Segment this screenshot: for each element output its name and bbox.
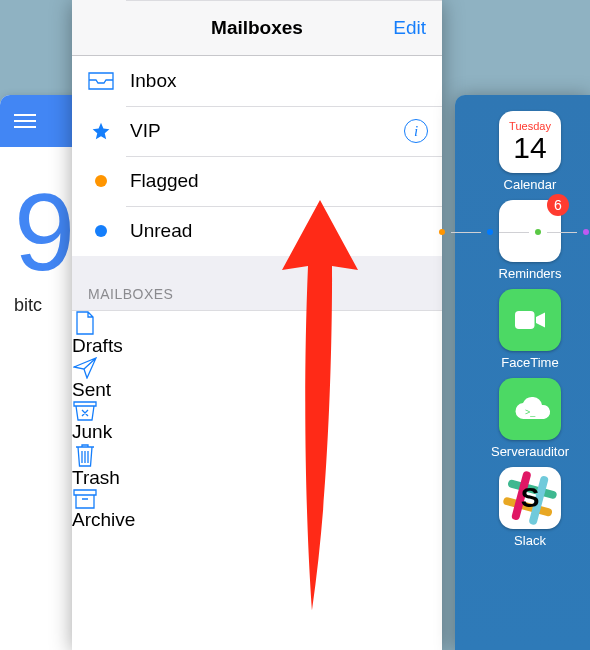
- notification-badge: 6: [547, 194, 569, 216]
- mailbox-row-drafts[interactable]: Drafts: [72, 311, 442, 357]
- app-facetime[interactable]: FaceTime: [484, 289, 576, 370]
- app-label: Serverauditor: [491, 444, 569, 459]
- app-label: Calendar: [504, 177, 557, 192]
- page-title: Mailboxes: [211, 17, 303, 39]
- calendar-icon: Tuesday 14: [499, 111, 561, 173]
- navbar: Mailboxes Edit: [72, 0, 442, 56]
- svg-text:>_: >_: [525, 407, 536, 417]
- mailbox-row-vip[interactable]: VIP i: [72, 106, 442, 156]
- archive-icon: [72, 489, 98, 509]
- mailbox-label: Drafts: [72, 335, 442, 357]
- mailbox-row-sent[interactable]: Sent: [72, 357, 442, 401]
- slideover-panel[interactable]: Tuesday 14 Calendar 6 Reminders FaceTime…: [455, 95, 590, 650]
- mailbox-row-unread[interactable]: Unread: [72, 206, 442, 256]
- section-header: MAILBOXES: [72, 256, 442, 310]
- favorites-section: Inbox VIP i Flagged Unread: [72, 56, 442, 256]
- mailbox-label: Inbox: [130, 70, 428, 92]
- sent-icon: [72, 357, 98, 379]
- mailbox-label: Trash: [72, 467, 442, 489]
- mailbox-label: Sent: [72, 379, 442, 401]
- facetime-icon: [499, 289, 561, 351]
- mailbox-label: Junk: [72, 421, 442, 443]
- app-slack[interactable]: S Slack: [484, 467, 576, 548]
- mailbox-label: Flagged: [130, 170, 428, 192]
- slack-icon: S: [499, 467, 561, 529]
- svg-rect-0: [515, 311, 535, 329]
- mailbox-row-junk[interactable]: Junk: [72, 401, 442, 443]
- mail-app-card: Mailboxes Edit Inbox VIP i Flagged Unrea…: [72, 0, 442, 650]
- trash-icon: [72, 443, 98, 467]
- edit-button[interactable]: Edit: [393, 0, 426, 55]
- app-serverauditor[interactable]: >_ Serverauditor: [484, 378, 576, 459]
- mailboxes-section: Drafts Sent Junk Trash Archive: [72, 310, 442, 650]
- flag-dot-icon: [88, 175, 114, 187]
- mailbox-label: Unread: [130, 220, 428, 242]
- drafts-icon: [72, 311, 98, 335]
- app-calendar[interactable]: Tuesday 14 Calendar: [484, 111, 576, 192]
- app-reminders[interactable]: 6 Reminders: [484, 200, 576, 281]
- mailbox-row-inbox[interactable]: Inbox: [72, 56, 442, 106]
- mailbox-label: Archive: [72, 509, 442, 531]
- mailbox-row-flagged[interactable]: Flagged: [72, 156, 442, 206]
- reminders-icon: 6: [499, 200, 561, 262]
- mailbox-row-archive[interactable]: Archive: [72, 489, 442, 531]
- app-label: Slack: [514, 533, 546, 548]
- hamburger-icon: [14, 114, 36, 128]
- mailbox-label: VIP: [130, 120, 404, 142]
- star-icon: [88, 121, 114, 141]
- inbox-icon: [88, 72, 114, 90]
- unread-dot-icon: [88, 225, 114, 237]
- info-icon[interactable]: i: [404, 119, 428, 143]
- mailbox-row-trash[interactable]: Trash: [72, 443, 442, 489]
- app-label: FaceTime: [501, 355, 558, 370]
- app-label: Reminders: [499, 266, 562, 281]
- serverauditor-icon: >_: [499, 378, 561, 440]
- slack-letter: S: [521, 482, 540, 514]
- junk-icon: [72, 401, 98, 421]
- calendar-day-number: 14: [513, 133, 546, 163]
